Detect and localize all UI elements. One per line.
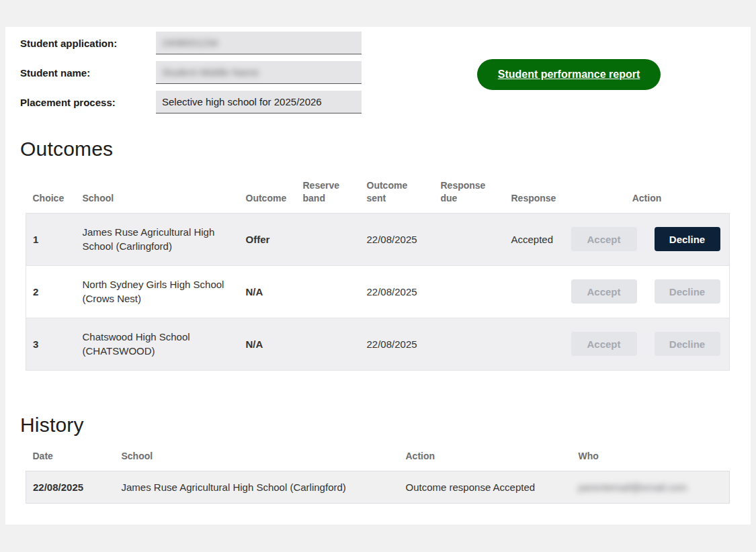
student-details-form: Student application: 2408001234 Student … bbox=[20, 32, 736, 113]
history-table: Date School Action Who 22/08/2025 James … bbox=[26, 446, 730, 504]
accept-button: Accept bbox=[571, 332, 637, 356]
history-header-row: Date School Action Who bbox=[26, 446, 730, 471]
col-header-school: School bbox=[115, 446, 399, 471]
col-header-outcome: Outcome bbox=[239, 175, 296, 213]
accept-button: Accept bbox=[571, 279, 637, 304]
outcomes-header-row: Choice School Outcome Reserve band Outco… bbox=[26, 175, 730, 213]
outcomes-heading: Outcomes bbox=[20, 138, 736, 160]
outcome-row-3: 3 Chatswood High School (CHATSWOOD) N/A … bbox=[26, 318, 730, 370]
redacted-value: Student Middle Name bbox=[162, 66, 259, 78]
history-school: James Ruse Agricultural High School (Car… bbox=[115, 471, 399, 503]
outcome-row-2: 2 North Sydney Girls High School (Crows … bbox=[26, 265, 730, 318]
col-header-action: Action bbox=[399, 446, 572, 471]
choice-value: 3 bbox=[26, 318, 76, 370]
col-header-response-due: Response due bbox=[434, 175, 505, 213]
form-row-student-application: Student application: 2408001234 bbox=[20, 32, 736, 54]
reserve-band-value bbox=[296, 265, 360, 318]
student-application-label: Student application: bbox=[20, 38, 156, 49]
col-header-action: Action bbox=[564, 175, 730, 213]
col-header-date: Date bbox=[26, 446, 115, 471]
placement-process-value: Selective high school for 2025/2026 bbox=[162, 96, 322, 107]
response-due-date bbox=[434, 213, 505, 265]
school-name: Chatswood High School (CHATSWOOD) bbox=[76, 318, 239, 370]
outcome-row-1: 1 James Ruse Agricultural High School (C… bbox=[26, 213, 730, 265]
school-name: James Ruse Agricultural High School (Car… bbox=[76, 213, 239, 265]
outcome-value: N/A bbox=[239, 265, 296, 318]
outcome-value: N/A bbox=[239, 318, 296, 370]
student-name-field[interactable]: Student Middle Name bbox=[156, 61, 362, 84]
col-header-choice: Choice bbox=[26, 175, 76, 213]
choice-value: 2 bbox=[26, 265, 76, 318]
decline-button[interactable]: Decline bbox=[655, 227, 720, 251]
col-header-response: Response bbox=[505, 175, 564, 213]
choice-value: 1 bbox=[26, 213, 76, 265]
action-buttons: Accept Decline bbox=[571, 227, 723, 251]
response-value: Accepted bbox=[505, 213, 564, 265]
school-name: North Sydney Girls High School (Crows Ne… bbox=[76, 265, 239, 318]
history-heading: History bbox=[20, 414, 736, 436]
student-name-label: Student name: bbox=[20, 67, 156, 79]
form-row-placement-process: Placement process: Selective high school… bbox=[20, 91, 736, 113]
placement-process-label: Placement process: bbox=[20, 97, 156, 108]
decline-button: Decline bbox=[655, 279, 720, 304]
col-header-who: Who bbox=[572, 446, 730, 471]
response-value bbox=[505, 318, 564, 370]
outcome-value: Offer bbox=[239, 213, 296, 265]
action-buttons: Accept Decline bbox=[571, 279, 723, 304]
student-application-field[interactable]: 2408001234 bbox=[156, 32, 362, 54]
redacted-value: parentemail@email.com bbox=[579, 481, 687, 493]
outcome-sent-date: 22/08/2025 bbox=[360, 318, 434, 370]
history-date: 22/08/2025 bbox=[26, 471, 115, 503]
outcome-sent-date: 22/08/2025 bbox=[360, 265, 434, 318]
redacted-value: 2408001234 bbox=[162, 37, 218, 48]
action-buttons: Accept Decline bbox=[571, 332, 723, 356]
history-row: 22/08/2025 James Ruse Agricultural High … bbox=[26, 471, 730, 503]
col-header-school: School bbox=[76, 175, 239, 213]
response-due-date bbox=[434, 265, 505, 318]
placement-process-field[interactable]: Selective high school for 2025/2026 bbox=[156, 91, 362, 113]
accept-button: Accept bbox=[571, 227, 637, 251]
student-performance-report-button[interactable]: Student performance report bbox=[477, 59, 661, 90]
response-due-date bbox=[434, 318, 505, 370]
reserve-band-value bbox=[296, 318, 360, 370]
outcome-sent-date: 22/08/2025 bbox=[360, 213, 434, 265]
history-action: Outcome response Accepted bbox=[399, 471, 572, 503]
outcomes-table: Choice School Outcome Reserve band Outco… bbox=[26, 175, 730, 371]
col-header-reserve-band: Reserve band bbox=[296, 175, 360, 213]
decline-button: Decline bbox=[655, 332, 720, 356]
response-value bbox=[505, 265, 564, 318]
reserve-band-value bbox=[296, 213, 360, 265]
col-header-outcome-sent: Outcome sent bbox=[360, 175, 434, 213]
content-panel: Student application: 2408001234 Student … bbox=[5, 27, 751, 524]
